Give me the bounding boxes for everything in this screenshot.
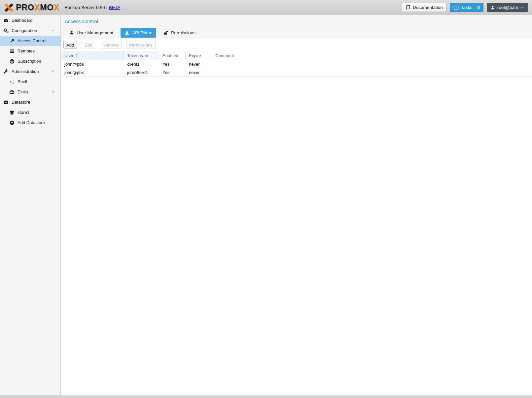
plus-circle-icon [9,120,15,125]
edit-button[interactable]: Edit [82,41,95,49]
cell-user[interactable]: john@pbs [61,60,124,68]
top-bar: PROXMOX Backup Server 0.9-6 BETA Documen… [0,0,532,15]
api-token-grid: Add Edit Remove Permissions User Token n… [61,39,532,395]
proxmox-wordmark: PROXMOX [16,3,59,12]
sort-asc-icon [75,53,79,58]
product-title: Backup Server 0.9-6 [64,5,107,10]
cell-token-name[interactable]: johnStore1 [124,68,159,76]
cell-enabled[interactable]: Yes [159,60,186,68]
cell-user[interactable]: john@pbs [61,68,124,76]
sidebar-item-shell[interactable]: Shell [0,77,60,87]
task-list-icon [453,5,459,10]
table-row[interactable]: john@pbs client1 Yes never [61,60,532,68]
unlock-icon [163,30,168,35]
list-icon [9,49,15,54]
hard-drive-icon [9,89,15,95]
chevron-down-icon [520,6,524,10]
column-header-comment[interactable]: Comment [212,51,532,60]
cell-comment[interactable] [212,60,532,68]
beta-link[interactable]: BETA [109,5,120,10]
documentation-button[interactable]: Documentation [402,3,446,12]
user-icon [69,30,74,35]
key-icon [9,38,15,44]
user-icon [490,5,495,10]
cell-comment[interactable] [212,68,532,76]
gears-icon [3,28,9,33]
terminal-icon [9,79,15,84]
column-header-expire[interactable]: Expire [186,51,212,60]
user-menu-button[interactable]: root@pam [487,3,528,12]
archive-box-icon [3,100,9,105]
sidebar-item-datastore[interactable]: Datastore [0,97,60,107]
column-header-enabled[interactable]: Enabled [159,51,186,60]
tasks-count-badge: 0 [477,5,480,10]
tab-permissions[interactable]: Permissions [160,28,199,38]
sidebar-item-subscription[interactable]: Subscription [0,56,60,66]
table-header: User Token nam... ´ Enabled Expire Comme… [61,51,532,60]
proxmox-x-logo-icon [4,3,14,13]
sidebar-item-dashboard[interactable]: Dashboard [0,15,60,25]
cell-enabled[interactable]: Yes [159,68,186,76]
book-icon [406,5,410,10]
permissions-button[interactable]: Permissions [126,41,156,49]
expand-arrow-icon [51,71,54,72]
column-header-user[interactable]: User [61,51,124,60]
tab-user-management[interactable]: User Management [65,28,117,38]
proxmox-logo: PROXMOX [4,3,59,13]
database-icon [9,110,15,115]
remove-button[interactable]: Remove [100,41,122,49]
main-panel: Access Control User Management API Token… [61,15,532,395]
sidebar-item-add-datastore[interactable]: Add Datastore [0,117,60,128]
gauge-icon [3,18,9,23]
grid-toolbar: Add Edit Remove Permissions [61,39,532,51]
tab-bar: User Management API Token Permissions [65,28,199,38]
sidebar-item-disks[interactable]: Disks [0,87,60,97]
tab-api-token[interactable]: API Token [121,28,156,38]
column-header-token-name[interactable]: Token nam... ´ [124,51,159,60]
cell-expire[interactable]: never [186,68,212,76]
sidebar: Dashboard Configuration Access Control R… [0,15,61,395]
sidebar-item-access-control[interactable]: Access Control [0,36,60,46]
wrench-icon [3,69,9,74]
tasks-button[interactable]: Tasks 0 [450,3,483,12]
expand-right-arrow-icon [53,90,54,93]
cell-token-name[interactable]: client1 [124,60,159,68]
cell-expire[interactable]: never [186,60,212,68]
sidebar-item-configuration[interactable]: Configuration [0,25,60,36]
add-button[interactable]: Add [63,41,77,49]
sidebar-item-remotes[interactable]: Remotes [0,46,60,56]
expand-arrow-icon [51,30,54,31]
user-outline-icon [124,30,129,35]
sidebar-item-store1[interactable]: store1 [0,107,60,117]
sidebar-item-administration[interactable]: Administration [0,66,60,77]
page-title: Access Control [61,15,532,24]
life-ring-icon [9,59,15,64]
table-row[interactable]: john@pbs johnStore1 Yes never [61,68,532,77]
